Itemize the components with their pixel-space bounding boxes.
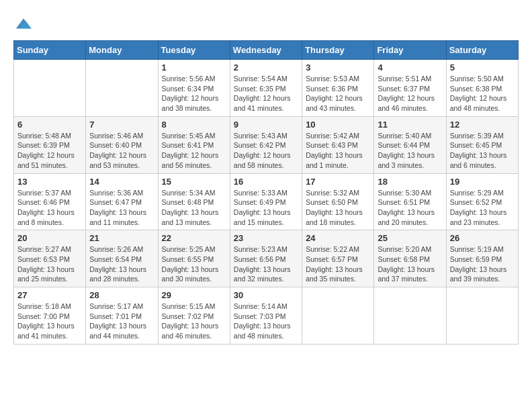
day-info: Sunrise: 5:36 AMSunset: 6:47 PMDaylight:… <box>89 188 154 228</box>
header-sunday: Sunday <box>14 41 86 60</box>
day-number: 27 <box>17 290 82 300</box>
calendar-cell <box>446 287 518 345</box>
calendar-header-row: SundayMondayTuesdayWednesdayThursdayFrid… <box>14 41 519 60</box>
day-info: Sunrise: 5:18 AMSunset: 7:00 PMDaylight:… <box>17 302 82 341</box>
day-number: 18 <box>378 177 442 187</box>
day-number: 2 <box>234 62 298 73</box>
calendar-cell: 24Sunrise: 5:22 AMSunset: 6:57 PMDayligh… <box>302 230 374 287</box>
day-info: Sunrise: 5:48 AMSunset: 6:39 PMDaylight:… <box>17 131 82 171</box>
day-number: 25 <box>378 233 442 243</box>
day-number: 11 <box>378 120 442 130</box>
day-info: Sunrise: 5:14 AMSunset: 7:03 PMDaylight:… <box>234 302 298 341</box>
calendar-table: SundayMondayTuesdayWednesdayThursdayFrid… <box>13 40 519 345</box>
day-info: Sunrise: 5:15 AMSunset: 7:02 PMDaylight:… <box>162 302 226 341</box>
day-number: 30 <box>234 290 298 300</box>
day-info: Sunrise: 5:32 AMSunset: 6:50 PMDaylight:… <box>306 188 370 228</box>
week-row-3: 13Sunrise: 5:37 AMSunset: 6:46 PMDayligh… <box>14 173 519 230</box>
calendar-cell: 13Sunrise: 5:37 AMSunset: 6:46 PMDayligh… <box>14 173 86 230</box>
day-info: Sunrise: 5:25 AMSunset: 6:55 PMDaylight:… <box>162 244 226 284</box>
week-row-1: 1Sunrise: 5:56 AMSunset: 6:34 PMDaylight… <box>14 60 519 117</box>
calendar-cell: 20Sunrise: 5:27 AMSunset: 6:53 PMDayligh… <box>14 230 86 287</box>
day-info: Sunrise: 5:23 AMSunset: 6:56 PMDaylight:… <box>234 244 298 284</box>
day-number: 4 <box>378 62 442 73</box>
calendar-cell: 9Sunrise: 5:43 AMSunset: 6:42 PMDaylight… <box>230 116 302 173</box>
day-number: 24 <box>306 233 370 243</box>
day-info: Sunrise: 5:42 AMSunset: 6:43 PMDaylight:… <box>306 131 370 171</box>
day-number: 20 <box>17 233 82 243</box>
calendar-cell: 15Sunrise: 5:34 AMSunset: 6:48 PMDayligh… <box>158 173 230 230</box>
calendar-cell <box>14 60 86 117</box>
day-info: Sunrise: 5:39 AMSunset: 6:45 PMDaylight:… <box>450 131 515 171</box>
header-friday: Friday <box>374 41 446 60</box>
week-row-4: 20Sunrise: 5:27 AMSunset: 6:53 PMDayligh… <box>14 230 519 287</box>
day-number: 10 <box>306 120 370 130</box>
day-number: 8 <box>162 120 226 130</box>
calendar-cell: 23Sunrise: 5:23 AMSunset: 6:56 PMDayligh… <box>230 230 302 287</box>
day-info: Sunrise: 5:51 AMSunset: 6:37 PMDaylight:… <box>378 74 442 113</box>
day-info: Sunrise: 5:50 AMSunset: 6:38 PMDaylight:… <box>450 74 515 113</box>
day-number: 7 <box>89 120 154 130</box>
header-monday: Monday <box>86 41 158 60</box>
calendar-cell: 21Sunrise: 5:26 AMSunset: 6:54 PMDayligh… <box>86 230 158 287</box>
calendar-cell: 19Sunrise: 5:29 AMSunset: 6:52 PMDayligh… <box>446 173 518 230</box>
day-info: Sunrise: 5:53 AMSunset: 6:36 PMDaylight:… <box>306 74 370 113</box>
day-info: Sunrise: 5:37 AMSunset: 6:46 PMDaylight:… <box>17 188 82 228</box>
day-number: 17 <box>306 177 370 187</box>
day-info: Sunrise: 5:34 AMSunset: 6:48 PMDaylight:… <box>162 188 226 228</box>
day-number: 23 <box>234 233 298 243</box>
calendar-cell: 28Sunrise: 5:17 AMSunset: 7:01 PMDayligh… <box>86 287 158 345</box>
calendar-cell: 1Sunrise: 5:56 AMSunset: 6:34 PMDaylight… <box>158 60 230 117</box>
day-info: Sunrise: 5:20 AMSunset: 6:58 PMDaylight:… <box>378 244 442 284</box>
day-info: Sunrise: 5:45 AMSunset: 6:41 PMDaylight:… <box>162 131 226 171</box>
day-number: 9 <box>234 120 298 130</box>
calendar-cell: 4Sunrise: 5:51 AMSunset: 6:37 PMDaylight… <box>374 60 446 117</box>
day-number: 19 <box>450 177 515 187</box>
day-number: 29 <box>162 290 226 300</box>
day-number: 3 <box>306 62 370 73</box>
header <box>13 13 519 34</box>
calendar-cell <box>86 60 158 117</box>
day-number: 15 <box>162 177 226 187</box>
day-number: 22 <box>162 233 226 243</box>
calendar-cell: 6Sunrise: 5:48 AMSunset: 6:39 PMDaylight… <box>14 116 86 173</box>
day-info: Sunrise: 5:46 AMSunset: 6:40 PMDaylight:… <box>89 131 154 171</box>
calendar-cell: 2Sunrise: 5:54 AMSunset: 6:35 PMDaylight… <box>230 60 302 117</box>
header-wednesday: Wednesday <box>230 41 302 60</box>
logo <box>13 13 36 34</box>
day-info: Sunrise: 5:56 AMSunset: 6:34 PMDaylight:… <box>162 74 226 113</box>
calendar-cell: 7Sunrise: 5:46 AMSunset: 6:40 PMDaylight… <box>86 116 158 173</box>
day-info: Sunrise: 5:27 AMSunset: 6:53 PMDaylight:… <box>17 244 82 284</box>
day-info: Sunrise: 5:54 AMSunset: 6:35 PMDaylight:… <box>234 74 298 113</box>
calendar-cell: 29Sunrise: 5:15 AMSunset: 7:02 PMDayligh… <box>158 287 230 345</box>
day-info: Sunrise: 5:22 AMSunset: 6:57 PMDaylight:… <box>306 244 370 284</box>
day-info: Sunrise: 5:26 AMSunset: 6:54 PMDaylight:… <box>89 244 154 284</box>
day-info: Sunrise: 5:33 AMSunset: 6:49 PMDaylight:… <box>234 188 298 228</box>
day-number: 6 <box>17 120 82 130</box>
calendar-cell: 16Sunrise: 5:33 AMSunset: 6:49 PMDayligh… <box>230 173 302 230</box>
calendar-cell: 27Sunrise: 5:18 AMSunset: 7:00 PMDayligh… <box>14 287 86 345</box>
day-number: 5 <box>450 62 515 73</box>
calendar-cell: 30Sunrise: 5:14 AMSunset: 7:03 PMDayligh… <box>230 287 302 345</box>
day-number: 21 <box>89 233 154 243</box>
calendar-cell: 17Sunrise: 5:32 AMSunset: 6:50 PMDayligh… <box>302 173 374 230</box>
week-row-5: 27Sunrise: 5:18 AMSunset: 7:00 PMDayligh… <box>14 287 519 345</box>
calendar-cell: 25Sunrise: 5:20 AMSunset: 6:58 PMDayligh… <box>374 230 446 287</box>
calendar-cell: 3Sunrise: 5:53 AMSunset: 6:36 PMDaylight… <box>302 60 374 117</box>
header-tuesday: Tuesday <box>158 41 230 60</box>
day-number: 16 <box>234 177 298 187</box>
calendar-cell: 26Sunrise: 5:19 AMSunset: 6:59 PMDayligh… <box>446 230 518 287</box>
calendar-cell: 18Sunrise: 5:30 AMSunset: 6:51 PMDayligh… <box>374 173 446 230</box>
calendar-cell: 22Sunrise: 5:25 AMSunset: 6:55 PMDayligh… <box>158 230 230 287</box>
calendar-cell: 11Sunrise: 5:40 AMSunset: 6:44 PMDayligh… <box>374 116 446 173</box>
day-number: 26 <box>450 233 515 243</box>
day-info: Sunrise: 5:43 AMSunset: 6:42 PMDaylight:… <box>234 131 298 171</box>
day-info: Sunrise: 5:29 AMSunset: 6:52 PMDaylight:… <box>450 188 515 228</box>
calendar-cell: 10Sunrise: 5:42 AMSunset: 6:43 PMDayligh… <box>302 116 374 173</box>
header-thursday: Thursday <box>302 41 374 60</box>
day-number: 12 <box>450 120 515 130</box>
calendar-cell <box>374 287 446 345</box>
day-info: Sunrise: 5:17 AMSunset: 7:01 PMDaylight:… <box>89 302 154 341</box>
calendar-cell: 5Sunrise: 5:50 AMSunset: 6:38 PMDaylight… <box>446 60 518 117</box>
day-info: Sunrise: 5:19 AMSunset: 6:59 PMDaylight:… <box>450 244 515 284</box>
calendar-cell: 14Sunrise: 5:36 AMSunset: 6:47 PMDayligh… <box>86 173 158 230</box>
